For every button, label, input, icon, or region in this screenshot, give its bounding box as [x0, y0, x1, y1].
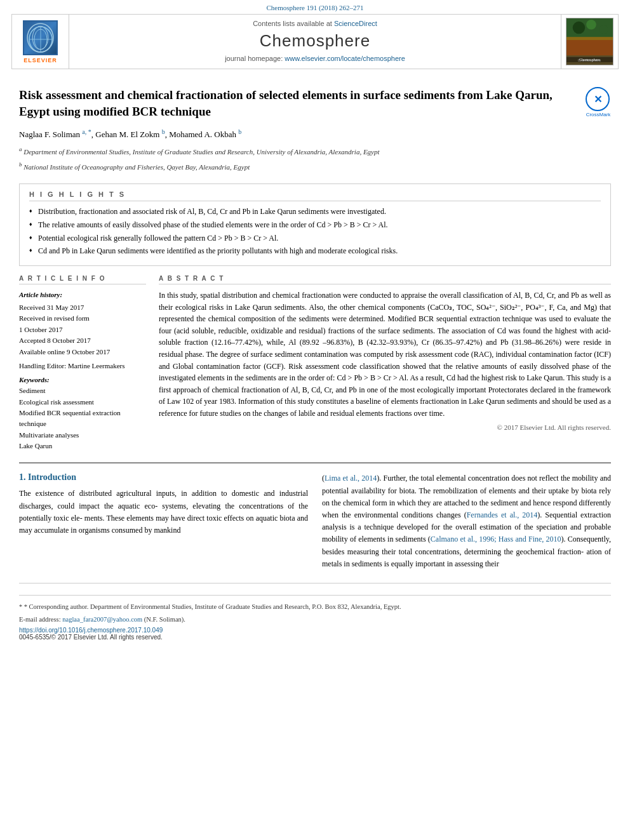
highlights-section: H I G H L I G H T S Distribution, fracti…	[19, 183, 611, 266]
svg-rect-10	[566, 55, 613, 65]
crossmark-icon[interactable]	[586, 87, 610, 111]
intro-section: 1. Introduction The existence of distrib…	[19, 472, 611, 570]
crossmark-label: CrossMark	[586, 112, 611, 117]
svg-point-6	[573, 22, 585, 34]
author-sup-a: a, *	[82, 128, 91, 135]
doi-text: Chemosphere 191 (2018) 262–271	[266, 4, 363, 11]
journal-cover-image: Chemosphere	[566, 18, 613, 65]
affiliation-a: a Department of Environmental Studies, I…	[19, 145, 576, 157]
available-date: Available online 9 October 2017	[19, 347, 146, 357]
ref-fernandes[interactable]: Fernandes et al., 2014	[467, 510, 538, 519]
keyword-2: Ecological risk assessment	[19, 397, 146, 407]
journal-header: ELSEVIER Contents lists available at Sci…	[11, 14, 619, 69]
footnote-email: E-mail address: naglaa_fara2007@yahoo.co…	[19, 615, 611, 625]
svg-text:Chemosphere: Chemosphere	[578, 58, 601, 62]
doi-link[interactable]: https://doi.org/10.1016/j.chemosphere.20…	[19, 627, 163, 634]
affiliation-b-text: National Institute of Oceanography and F…	[23, 163, 250, 170]
intro-col-left: 1. Introduction The existence of distrib…	[19, 472, 308, 570]
abstract-title: A B S T R A C T	[159, 275, 611, 284]
copyright-line: © 2017 Elsevier Ltd. All rights reserved…	[159, 423, 611, 431]
keyword-5: Lake Qarun	[19, 441, 146, 451]
affiliation-a-text: Department of Environmental Studies, Ins…	[23, 147, 379, 155]
email-label: E-mail address:	[19, 616, 61, 623]
email-name: (N.F. Soliman).	[144, 616, 185, 623]
footnote-corresponding: * * Corresponding author. Department of …	[19, 602, 611, 612]
keyword-3b: technique	[19, 419, 146, 429]
article-title-area: Risk assessment and chemical fractionati…	[19, 87, 576, 176]
doi-footer[interactable]: https://doi.org/10.1016/j.chemosphere.20…	[19, 627, 611, 634]
highlight-item-4: Cd and Pb in Lake Qarun sediments were i…	[29, 246, 601, 257]
svg-point-1	[34, 29, 47, 50]
elsevier-logo: ELSEVIER	[23, 20, 58, 63]
main-divider	[19, 462, 611, 463]
elsevier-label: ELSEVIER	[23, 57, 57, 63]
abstract-col: A B S T R A C T In this study, spatial d…	[159, 275, 611, 452]
sciencedirect-link[interactable]: ScienceDirect	[334, 20, 377, 27]
footnote-text: * Corresponding author. Department of En…	[24, 603, 401, 610]
article-title: Risk assessment and chemical fractionati…	[19, 87, 576, 119]
intro-col-right: (Lima et al., 2014). Further, the total …	[322, 472, 611, 570]
journal-homepage-line: journal homepage: www.elsevier.com/locat…	[225, 55, 405, 62]
svg-rect-9	[566, 40, 613, 55]
main-content: Risk assessment and chemical fractionati…	[0, 69, 630, 650]
author-sup-b1: b	[162, 128, 165, 135]
journal-title: Chemosphere	[260, 31, 370, 51]
handling-editor: Handling Editor: Martine Leermakers	[19, 362, 146, 370]
article-info-col: A R T I C L E I N F O Article history: R…	[19, 275, 146, 452]
keywords-title: Keywords:	[19, 376, 146, 383]
ref-calmano[interactable]: Calmano et al., 1996; Hass and Fine, 201…	[431, 535, 561, 543]
footnote-star: *	[19, 603, 22, 610]
history-label: Article history:	[19, 290, 146, 300]
svg-point-8	[600, 25, 608, 34]
article-info-title: A R T I C L E I N F O	[19, 275, 146, 284]
highlight-item-1: Distribution, fractionation and associat…	[29, 206, 601, 217]
author-sup-b2: b	[238, 128, 241, 135]
homepage-url[interactable]: www.elsevier.com/locate/chemosphere	[285, 55, 405, 62]
revised-date: 1 October 2017	[19, 324, 146, 335]
journal-header-center: Contents lists available at ScienceDirec…	[69, 15, 561, 69]
sciencedirect-line: Contents lists available at ScienceDirec…	[253, 20, 377, 27]
article-footer: * * Corresponding author. Department of …	[19, 583, 611, 641]
highlight-item-2: The relative amounts of easily dissolved…	[29, 220, 601, 230]
authors-line: Naglaa F. Soliman a, *, Gehan M. El Zokm…	[19, 128, 576, 140]
received-revised-label: Received in revised form	[19, 313, 146, 324]
keyword-1: Sediment	[19, 386, 146, 396]
footer-divider	[19, 595, 611, 596]
elsevier-logo-area: ELSEVIER	[12, 15, 69, 69]
abstract-text: In this study, spatial distribution and …	[159, 290, 611, 420]
svg-point-7	[586, 20, 596, 30]
keyword-4: Multivariate analyses	[19, 430, 146, 440]
intro-text-left: The existence of distributed agricultura…	[19, 488, 308, 537]
article-info-abstract: A R T I C L E I N F O Article history: R…	[19, 275, 611, 452]
issn-line: 0045-6535/© 2017 Elsevier Ltd. All right…	[19, 634, 611, 641]
article-history: Article history: Received 31 May 2017 Re…	[19, 290, 146, 357]
article-title-section: Risk assessment and chemical fractionati…	[19, 87, 611, 176]
ref-lima[interactable]: Lima et al., 2014	[325, 474, 377, 483]
affiliation-b: b National Institute of Oceanography and…	[19, 161, 576, 172]
intro-section-title: 1. Introduction	[19, 472, 308, 483]
intro-text-right: (Lima et al., 2014). Further, the total …	[322, 472, 611, 570]
email-link[interactable]: naglaa_fara2007@yahoo.com	[62, 616, 142, 623]
doi-bar: Chemosphere 191 (2018) 262–271	[0, 0, 630, 14]
highlights-title: H I G H L I G H T S	[29, 190, 601, 201]
crossmark-area[interactable]: CrossMark	[586, 87, 611, 112]
received-date: Received 31 May 2017	[19, 302, 146, 313]
elsevier-icon	[23, 20, 58, 55]
keywords-block: Keywords: Sediment Ecological risk asses…	[19, 376, 146, 451]
journal-cover-area: Chemosphere	[561, 15, 618, 69]
handling-editor-text: Handling Editor: Martine Leermakers	[19, 362, 124, 370]
svg-point-0	[29, 27, 52, 52]
accepted-date: Accepted 8 October 2017	[19, 335, 146, 346]
highlight-item-3: Potential ecological risk generally foll…	[29, 233, 601, 244]
keyword-3: Modified BCR sequential extraction	[19, 408, 146, 418]
page: Chemosphere 191 (2018) 262–271 ELSEVIER	[0, 0, 630, 840]
